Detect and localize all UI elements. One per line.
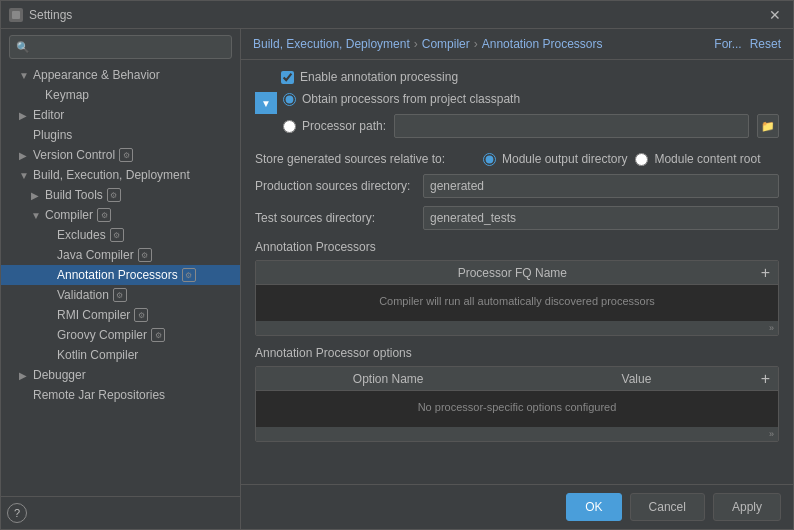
settings-icon: ⚙ xyxy=(182,268,196,282)
ok-button[interactable]: OK xyxy=(566,493,621,521)
table2-scroll: » xyxy=(256,427,778,441)
search-input[interactable] xyxy=(34,40,225,54)
table1-body: Compiler will run all automatically disc… xyxy=(256,285,778,321)
table2-col2: Value xyxy=(512,372,760,386)
sidebar-item-label: Editor xyxy=(33,108,64,122)
breadcrumb-part3: Annotation Processors xyxy=(482,37,603,51)
sidebar-item-plugins[interactable]: Plugins xyxy=(1,125,240,145)
breadcrumb: Build, Execution, Deployment › Compiler … xyxy=(241,29,793,60)
sidebar-item-label: Remote Jar Repositories xyxy=(33,388,165,402)
breadcrumb-sep2: › xyxy=(474,37,478,51)
svg-rect-0 xyxy=(12,11,20,19)
sidebar-item-label: Plugins xyxy=(33,128,72,142)
sidebar-item-label: Keymap xyxy=(45,88,89,102)
sidebar-item-remote-jar[interactable]: Remote Jar Repositories xyxy=(1,385,240,405)
browse-button[interactable]: 📁 xyxy=(757,114,779,138)
obtain-processors-label: Obtain processors from project classpath xyxy=(302,92,520,106)
sidebar-item-label: Compiler xyxy=(45,208,93,222)
sidebar-item-kotlin-compiler[interactable]: Kotlin Compiler xyxy=(1,345,240,365)
module-output-radio[interactable] xyxy=(483,153,496,166)
close-button[interactable]: ✕ xyxy=(765,5,785,25)
table1-col: Processor FQ Name xyxy=(264,266,761,280)
sidebar: 🔍 ▼ Appearance & Behavior Keymap ▶ Edito… xyxy=(1,29,241,529)
enable-annotation-label: Enable annotation processing xyxy=(300,70,458,84)
expand-icon: ▶ xyxy=(31,190,41,201)
module-content-radio[interactable] xyxy=(635,153,648,166)
table2-header: Option Name Value + xyxy=(256,367,778,391)
sidebar-item-validation[interactable]: Validation ⚙ xyxy=(1,285,240,305)
module-output-label: Module output directory xyxy=(502,152,627,166)
module-content-label: Module content root xyxy=(654,152,760,166)
scroll-right-icon: » xyxy=(769,323,774,333)
settings-icon: ⚙ xyxy=(134,308,148,322)
sidebar-item-build-execution[interactable]: ▼ Build, Execution, Deployment xyxy=(1,165,240,185)
sidebar-item-rmi-compiler[interactable]: RMI Compiler ⚙ xyxy=(1,305,240,325)
sidebar-item-version-control[interactable]: ▶ Version Control ⚙ xyxy=(1,145,240,165)
reset-button[interactable]: Reset xyxy=(750,37,781,51)
sidebar-item-label: Build, Execution, Deployment xyxy=(33,168,190,182)
cancel-button[interactable]: Cancel xyxy=(630,493,705,521)
table2-add-button[interactable]: + xyxy=(761,371,770,387)
sidebar-item-editor[interactable]: ▶ Editor xyxy=(1,105,240,125)
breadcrumb-path: Build, Execution, Deployment › Compiler … xyxy=(253,37,603,51)
obtain-processors-radio-label[interactable]: Obtain processors from project classpath xyxy=(283,92,520,106)
module-content-radio-label[interactable]: Module content root xyxy=(635,152,760,166)
expand-icon: ▶ xyxy=(19,150,29,161)
expand-icon: ▼ xyxy=(19,170,29,181)
sidebar-item-label: Debugger xyxy=(33,368,86,382)
annotation-options-table: Option Name Value + No processor-specifi… xyxy=(255,366,779,442)
annotation-options-section-title: Annotation Processor options xyxy=(255,346,779,360)
production-dir-input[interactable] xyxy=(423,174,779,198)
settings-icon: ⚙ xyxy=(151,328,165,342)
content-area: 🔍 ▼ Appearance & Behavior Keymap ▶ Edito… xyxy=(1,29,793,529)
sidebar-item-groovy-compiler[interactable]: Groovy Compiler ⚙ xyxy=(1,325,240,345)
settings-window: Settings ✕ 🔍 ▼ Appearance & Behavior Key… xyxy=(0,0,794,530)
processor-path-label: Processor path: xyxy=(302,119,386,133)
module-output-radio-label[interactable]: Module output directory xyxy=(483,152,627,166)
enable-annotation-checkbox-label[interactable]: Enable annotation processing xyxy=(281,70,458,84)
table1-header: Processor FQ Name + xyxy=(256,261,778,285)
production-dir-label: Production sources directory: xyxy=(255,179,415,193)
breadcrumb-part2: Compiler xyxy=(422,37,470,51)
processor-path-row: Processor path: 📁 xyxy=(283,114,779,138)
settings-icon: ⚙ xyxy=(107,188,121,202)
sidebar-item-label: Groovy Compiler xyxy=(57,328,147,342)
options-block: ▼ Obtain processors from project classpa… xyxy=(255,92,779,146)
window-icon xyxy=(9,8,23,22)
sidebar-item-label: Annotation Processors xyxy=(57,268,178,282)
sidebar-item-label: Java Compiler xyxy=(57,248,134,262)
processor-path-radio[interactable] xyxy=(283,120,296,133)
enable-annotation-checkbox[interactable] xyxy=(281,71,294,84)
test-dir-input[interactable] xyxy=(423,206,779,230)
breadcrumb-actions: For... Reset xyxy=(714,37,781,51)
sidebar-item-annotation-processors[interactable]: Annotation Processors ⚙ xyxy=(1,265,240,285)
sidebar-item-excludes[interactable]: Excludes ⚙ xyxy=(1,225,240,245)
search-icon: 🔍 xyxy=(16,41,30,54)
settings-icon: ⚙ xyxy=(97,208,111,222)
sidebar-item-debugger[interactable]: ▶ Debugger xyxy=(1,365,240,385)
sidebar-item-keymap[interactable]: Keymap xyxy=(1,85,240,105)
help-button[interactable]: ? xyxy=(7,503,27,523)
settings-icon: ⚙ xyxy=(113,288,127,302)
for-button[interactable]: For... xyxy=(714,37,741,51)
table1-add-button[interactable]: + xyxy=(761,265,770,281)
processor-path-input[interactable] xyxy=(394,114,749,138)
processor-path-radio-label[interactable]: Processor path: xyxy=(283,119,386,133)
store-sources-row: Store generated sources relative to: Mod… xyxy=(255,152,779,166)
obtain-processors-row: Obtain processors from project classpath xyxy=(283,92,779,106)
collapse-icon[interactable]: ▼ xyxy=(255,92,277,114)
sidebar-item-build-tools[interactable]: ▶ Build Tools ⚙ xyxy=(1,185,240,205)
obtain-processors-radio[interactable] xyxy=(283,93,296,106)
sidebar-item-java-compiler[interactable]: Java Compiler ⚙ xyxy=(1,245,240,265)
processor-options: Obtain processors from project classpath… xyxy=(283,92,779,146)
footer: OK Cancel Apply xyxy=(241,484,793,529)
panel-body: Enable annotation processing ▼ Obtain pr… xyxy=(241,60,793,484)
expand-icon: ▶ xyxy=(19,110,29,121)
apply-button[interactable]: Apply xyxy=(713,493,781,521)
table2-body: No processor-specific options configured xyxy=(256,391,778,427)
sidebar-item-label: Validation xyxy=(57,288,109,302)
sidebar-item-compiler[interactable]: ▼ Compiler ⚙ xyxy=(1,205,240,225)
search-box[interactable]: 🔍 xyxy=(9,35,232,59)
sidebar-item-label: Version Control xyxy=(33,148,115,162)
sidebar-item-appearance[interactable]: ▼ Appearance & Behavior xyxy=(1,65,240,85)
